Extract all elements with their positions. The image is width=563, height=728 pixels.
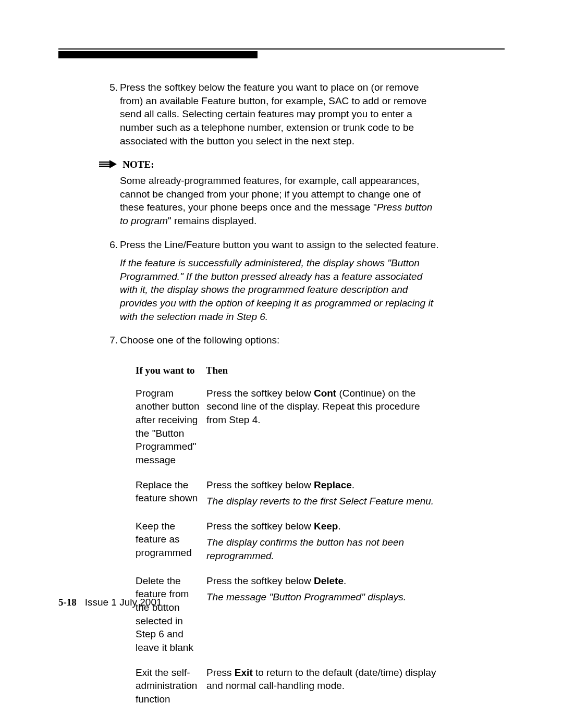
- row-sub: The display reverts to the first Select …: [206, 495, 442, 508]
- row-then: Press Exit to return to the default (dat…: [206, 666, 442, 693]
- svg-marker-3: [109, 160, 117, 168]
- row-if: Program another button after receiving t…: [136, 387, 206, 467]
- then-pre: Press the softkey below: [206, 388, 314, 399]
- then-post: .: [352, 479, 354, 490]
- note-body: Some already-programmed features, for ex…: [120, 174, 442, 228]
- row-then: Press the softkey below Cont (Continue) …: [206, 387, 442, 427]
- note-text-pre: Some already-programmed features, for ex…: [120, 175, 421, 213]
- row-if: Delete the feature from the button selec…: [136, 574, 206, 655]
- table-row: Replace the feature shown Press the soft…: [136, 478, 442, 508]
- then-pre: Press the softkey below: [206, 521, 314, 532]
- row-if: Exit the self-adminis­tration function: [136, 666, 206, 706]
- then-pre: Press the softkey below: [206, 575, 314, 586]
- body-content: 5. Press the softkey below the feature y…: [120, 81, 442, 706]
- then-bold: Exit: [235, 667, 253, 678]
- step-6: 6. Press the Line/Feature button you wan…: [120, 238, 442, 252]
- header-rule-thick: [58, 51, 258, 58]
- note-arrow-icon: [99, 158, 117, 172]
- step-text: Press the softkey below the feature you …: [120, 82, 426, 146]
- then-pre: Press: [206, 667, 235, 678]
- row-sub: The message "Button Programmed" displays…: [206, 590, 442, 604]
- table-row: Exit the self-adminis­tration function P…: [136, 666, 442, 706]
- then-pre: Press the softkey below: [206, 479, 314, 490]
- then-bold: Delete: [314, 575, 344, 586]
- row-if: Replace the feature shown: [136, 478, 206, 505]
- table-header: If you want to Then: [136, 364, 442, 377]
- row-then: Press the softkey below Replace. The dis…: [206, 478, 442, 508]
- row-then: Press the softkey below Keep. The displa…: [206, 520, 442, 563]
- step-text: Press the Line/Feature button you want t…: [120, 239, 439, 250]
- step-5: 5. Press the softkey below the feature y…: [120, 81, 442, 147]
- document-page: 5. Press the softkey below the feature y…: [0, 0, 563, 728]
- header-then: Then: [206, 364, 228, 377]
- row-sub: The display confirms the button has not …: [206, 536, 442, 562]
- options-table: If you want to Then Program another butt…: [136, 364, 442, 706]
- then-post: .: [344, 575, 346, 586]
- row-if: Keep the feature as programmed: [136, 520, 206, 560]
- page-footer: 5-18 Issue 1 July 2001: [58, 597, 162, 608]
- then-bold: Cont: [314, 388, 336, 399]
- header-if: If you want to: [136, 364, 203, 377]
- table-row: Delete the feature from the button selec…: [136, 574, 442, 655]
- step-number: 7.: [105, 334, 118, 347]
- issue-date: Issue 1 July 2001: [85, 597, 162, 608]
- then-post: .: [338, 521, 340, 532]
- step-text: Choose one of the following options:: [120, 335, 279, 346]
- step-number: 5.: [105, 81, 118, 94]
- row-then: Press the softkey below Delete. The mess…: [206, 574, 442, 604]
- note-text-post: " remains displayed.: [168, 215, 256, 226]
- then-bold: Keep: [314, 521, 338, 532]
- step-7: 7. Choose one of the following options:: [120, 334, 442, 347]
- note-label: NOTE:: [123, 159, 154, 170]
- page-number: 5-18: [58, 597, 77, 608]
- table-row: Program another button after receiving t…: [136, 387, 442, 467]
- table-row: Keep the feature as programmed Press the…: [136, 520, 442, 563]
- step-number: 6.: [105, 238, 118, 252]
- step-6-result: If the feature is successfully administe…: [120, 256, 442, 323]
- then-bold: Replace: [314, 479, 352, 490]
- note-header: NOTE:: [99, 158, 421, 172]
- header-rule-thin: [58, 48, 505, 50]
